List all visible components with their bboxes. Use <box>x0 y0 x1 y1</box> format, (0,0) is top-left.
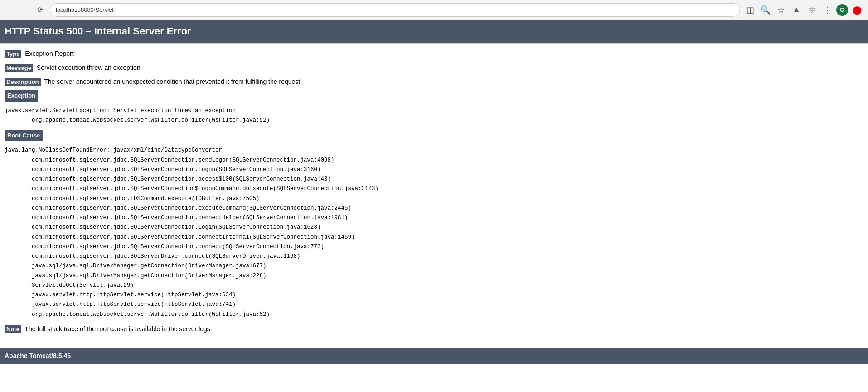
root-cause-line-14: Servlet.doGet(Servlet.java:29) <box>5 281 863 290</box>
browser-chrome: ← → ⟳ localhost:8080/Servlet ◫ 🔍 ☆ ▲ ⚛ ⋮… <box>0 0 868 20</box>
screenshot-icon[interactable]: ▲ <box>790 4 803 16</box>
type-label: Type <box>5 50 21 58</box>
bookmark-icon[interactable]: ☆ <box>775 4 787 16</box>
root-cause-line-10: com.microsoft.sqlserver.jdbc.SQLServerCo… <box>5 242 863 252</box>
divider-bottom <box>0 343 868 343</box>
root-cause-line-12: java.sql/java.sql.DriverManager.getConne… <box>5 261 863 271</box>
type-value: Exception Report <box>25 50 73 57</box>
exception-line-0: javax.servlet.ServletException: Servlet … <box>5 106 863 116</box>
root-cause-code: java.lang.NoClassDefFoundError: javax/xm… <box>5 146 863 319</box>
root-cause-line-3: com.microsoft.sqlserver.jdbc.SQLServerCo… <box>5 175 863 184</box>
root-cause-line-9: com.microsoft.sqlserver.jdbc.SQLServerCo… <box>5 233 863 242</box>
nav-buttons: ← → ⟳ <box>5 4 46 16</box>
message-value: Servlet execution threw an exception <box>37 64 141 71</box>
description-label: Description <box>5 78 41 86</box>
search-icon[interactable]: 🔍 <box>759 4 772 16</box>
address-bar[interactable]: localhost:8080/Servlet <box>50 3 740 17</box>
root-cause-line-7: com.microsoft.sqlserver.jdbc.SQLServerCo… <box>5 213 863 223</box>
root-cause-line-16: javax.servlet.http.HttpServlet.service(H… <box>5 300 863 309</box>
browser-icons: ◫ 🔍 ☆ ▲ ⚛ ⋮ G ⬤ <box>744 4 863 16</box>
root-cause-line-17: org.apache.tomcat.websocket.server.WsFil… <box>5 310 863 319</box>
root-cause-section: Root Cause java.lang.NoClassDefFoundErro… <box>5 130 863 319</box>
description-row: Description The server encountered an un… <box>5 77 863 87</box>
root-cause-line-6: com.microsoft.sqlserver.jdbc.SQLServerCo… <box>5 204 863 213</box>
root-cause-label: Root Cause <box>5 130 43 142</box>
root-cause-line-4: com.microsoft.sqlserver.jdbc.SQLServerCo… <box>5 184 863 194</box>
exception-section: Exception javax.servlet.ServletException… <box>5 90 863 125</box>
profile-avatar[interactable]: G <box>836 4 848 16</box>
root-cause-line-5: com.microsoft.sqlserver.jdbc.TDSCommand.… <box>5 194 863 204</box>
root-cause-line-0: java.lang.NoClassDefFoundError: javax/xm… <box>5 146 863 155</box>
forward-button[interactable]: → <box>19 4 32 16</box>
root-cause-line-15: javax.servlet.http.HttpServlet.service(H… <box>5 290 863 300</box>
exception-label: Exception <box>5 90 38 102</box>
footer-bar: Apache Tomcat/8.5.45 <box>0 348 868 364</box>
footer-text: Apache Tomcat/8.5.45 <box>5 352 71 359</box>
type-row: Type Exception Report <box>5 49 863 59</box>
page-content: HTTP Status 500 – Internal Server Error … <box>0 20 868 364</box>
root-cause-line-11: com.microsoft.sqlserver.jdbc.SQLServerDr… <box>5 252 863 261</box>
note-row: Note The full stack trace of the root ca… <box>5 324 863 334</box>
page-title: HTTP Status 500 – Internal Server Error <box>5 25 863 37</box>
error-header: HTTP Status 500 – Internal Server Error <box>0 20 868 44</box>
root-cause-line-8: com.microsoft.sqlserver.jdbc.SQLServerCo… <box>5 223 863 232</box>
fullscreen-icon[interactable]: ⬤ <box>851 4 863 16</box>
description-value: The server encountered an unexpected con… <box>44 78 302 85</box>
back-button[interactable]: ← <box>5 4 17 16</box>
root-cause-line-1: com.microsoft.sqlserver.jdbc.SQLServerCo… <box>5 156 863 165</box>
menu-icon[interactable]: ⋮ <box>821 4 834 16</box>
translate-icon[interactable]: ◫ <box>744 4 756 16</box>
message-label: Message <box>5 64 33 72</box>
url-text: localhost:8080/Servlet <box>56 6 114 13</box>
root-cause-line-13: java.sql/java.sql.DriverManager.getConne… <box>5 271 863 281</box>
note-value: The full stack trace of the root cause i… <box>25 325 212 333</box>
error-body: Type Exception Report Message Servlet ex… <box>0 44 868 343</box>
extension-icon[interactable]: ⚛ <box>805 4 818 16</box>
exception-line-1: org.apache.tomcat.websocket.server.WsFil… <box>5 116 863 125</box>
message-row: Message Servlet execution threw an excep… <box>5 63 863 73</box>
reload-button[interactable]: ⟳ <box>34 4 46 16</box>
exception-code: javax.servlet.ServletException: Servlet … <box>5 106 863 126</box>
root-cause-line-2: com.microsoft.sqlserver.jdbc.SQLServerCo… <box>5 165 863 175</box>
note-label: Note <box>5 325 21 333</box>
